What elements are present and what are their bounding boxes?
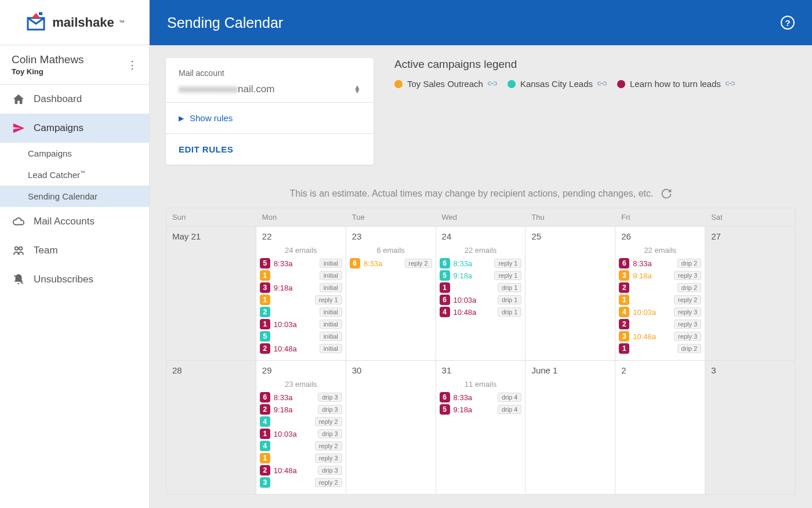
calendar-event[interactable]: 5 8:33a initial [260, 258, 342, 268]
calendar-event[interactable]: 2 initial [260, 307, 342, 317]
calendar-event[interactable]: 4 10:48a drip 1 [440, 307, 522, 317]
calendar-event[interactable]: 6 10:03a drip 1 [440, 295, 522, 305]
calendar-event[interactable]: 5 9:18a reply 1 [440, 270, 522, 281]
calendar-cell[interactable]: June 1 [525, 360, 615, 494]
calendar-summary: 22 emails [436, 246, 525, 255]
calendar-event[interactable]: 2 10:48a drip 3 [260, 465, 342, 476]
event-count-badge: 5 [260, 258, 270, 268]
event-tag: drip 3 [318, 466, 342, 475]
calendar-event[interactable]: 1 drip 2 [619, 343, 701, 354]
subnav-campaigns[interactable]: Campaigns [0, 143, 149, 164]
event-tag: reply 3 [315, 453, 342, 463]
event-count-badge: 6 [440, 258, 450, 268]
legend-item[interactable]: Kansas City Leads [507, 79, 607, 89]
legend-item[interactable]: Learn how to turn leads [617, 79, 735, 89]
calendar-cell[interactable]: 27 [705, 226, 795, 360]
subnav-sending-calendar[interactable]: Sending Calendar [0, 186, 149, 207]
event-time: 8:33a [454, 393, 473, 402]
legend-item[interactable]: Toy Sales Outreach [394, 79, 497, 89]
event-tag: reply 2 [315, 478, 342, 487]
calendar-event[interactable]: 3 9:18a initial [260, 282, 342, 293]
calendar-cell[interactable]: 236 emails 6 8:33a reply 2 [346, 226, 436, 360]
calendar-cell[interactable]: 2923 emails 6 8:33a drip 3 2 9:18a drip … [256, 360, 346, 494]
calendar-event[interactable]: 1 drip 1 [440, 282, 522, 293]
calendar-event[interactable]: 6 8:33a drip 2 [619, 258, 701, 268]
nav-mail-accounts[interactable]: Mail Accounts [0, 207, 149, 236]
event-count-badge: 2 [260, 465, 270, 476]
calendar-date: 27 [705, 227, 795, 246]
edit-rules-button[interactable]: EDIT RULES [166, 134, 374, 165]
calendar-event[interactable]: 1 reply 1 [260, 295, 342, 305]
calendar-cell[interactable]: 2 [615, 360, 705, 494]
calendar-cell[interactable]: 3111 emails 6 8:33a drip 4 5 9:18a drip … [436, 360, 526, 494]
calendar-event[interactable]: 1 10:03a initial [260, 319, 342, 329]
help-icon[interactable]: ? [781, 16, 795, 30]
calendar-event[interactable]: 3 reply 2 [260, 477, 342, 488]
refresh-icon[interactable] [661, 188, 672, 199]
link-icon[interactable] [488, 79, 497, 89]
event-tag: reply 2 [315, 417, 342, 426]
nav-label: Dashboard [34, 93, 82, 105]
link-icon[interactable] [726, 79, 735, 89]
calendar: SunMonTueWedThuFriSatMay 212224 emails 5… [166, 208, 796, 495]
kebab-menu-icon[interactable]: ⋮ [127, 59, 137, 71]
nav-campaigns[interactable]: Campaigns [0, 114, 149, 143]
legend-label: Learn how to turn leads [630, 79, 721, 89]
link-icon[interactable] [597, 79, 607, 89]
legend-label: Kansas City Leads [520, 79, 593, 89]
subnav-lead-catcher[interactable]: Lead Catcher™ [0, 164, 149, 186]
event-count-badge: 2 [619, 319, 629, 329]
event-tag: drip 4 [498, 405, 522, 414]
event-time: 8:33a [274, 393, 293, 402]
event-tag: drip 2 [677, 283, 702, 292]
svg-rect-1 [39, 12, 42, 15]
calendar-event[interactable]: 2 10:48a initial [260, 343, 342, 354]
calendar-cell[interactable]: 2422 emails 6 8:33a reply 1 5 9:18a repl… [436, 226, 526, 360]
calendar-event[interactable]: 6 8:33a reply 2 [350, 258, 432, 268]
calendar-event[interactable]: 3 10:48a reply 3 [619, 331, 701, 342]
calendar-date: 31 [436, 361, 525, 380]
profile-name: Colin Mathews [12, 53, 84, 66]
calendar-event[interactable]: 6 8:33a drip 4 [440, 392, 522, 402]
calendar-event[interactable]: 5 9:18a drip 4 [440, 404, 522, 415]
event-count-badge: 3 [619, 270, 629, 281]
calendar-event[interactable]: 1 reply 3 [260, 453, 342, 463]
event-tag: reply 1 [494, 271, 521, 280]
calendar-event[interactable]: 6 8:33a drip 3 [260, 392, 342, 402]
disclaimer: This is an estimate. Actual times may ch… [166, 188, 796, 199]
calendar-day-header: Mon [256, 208, 346, 226]
calendar-event[interactable]: 5 initial [260, 331, 342, 342]
profile-section: Colin Mathews Toy King ⋮ [0, 45, 149, 85]
calendar-event[interactable]: 4 reply 2 [260, 416, 342, 427]
calendar-event[interactable]: 6 8:33a reply 1 [440, 258, 522, 268]
event-tag: reply 1 [315, 295, 342, 304]
show-rules-toggle[interactable]: ▶ Show rules [166, 103, 374, 134]
nav-label: Mail Accounts [34, 216, 95, 227]
calendar-cell[interactable]: 30 [346, 360, 436, 494]
calendar-cell[interactable]: 2224 emails 5 8:33a initial 1 initial 3 … [256, 226, 346, 360]
mail-account-select[interactable]: xxxxxxxxxxxxnail.com ▲▼ [166, 78, 374, 103]
nav-unsubscribes[interactable]: Unsubscribes [0, 265, 149, 294]
calendar-event[interactable]: 1 reply 2 [619, 295, 701, 305]
nav-team[interactable]: Team [0, 236, 149, 265]
calendar-cell[interactable]: 2622 emails 6 8:33a drip 2 3 9:18a reply… [615, 226, 705, 360]
event-count-badge: 4 [260, 416, 270, 427]
logo[interactable]: mailshake™ [0, 0, 149, 45]
legend-dot-icon [394, 80, 403, 88]
calendar-event[interactable]: 2 reply 3 [619, 319, 701, 329]
nav-dashboard[interactable]: Dashboard [0, 85, 149, 114]
calendar-cell[interactable]: 25 [525, 226, 615, 360]
calendar-event[interactable]: 1 initial [260, 270, 342, 281]
profile-org: Toy King [12, 67, 84, 76]
calendar-cell[interactable]: May 21 [166, 226, 256, 360]
calendar-date: 30 [346, 361, 436, 380]
calendar-event[interactable]: 3 9:18a reply 3 [619, 270, 701, 281]
calendar-event[interactable]: 1 10:03a drip 3 [260, 429, 342, 439]
calendar-event[interactable]: 4 reply 2 [260, 441, 342, 451]
calendar-event[interactable]: 2 9:18a drip 3 [260, 404, 342, 415]
event-count-badge: 1 [619, 295, 629, 305]
calendar-cell[interactable]: 3 [705, 360, 795, 494]
calendar-event[interactable]: 4 10:03a reply 3 [619, 307, 701, 317]
calendar-cell[interactable]: 28 [166, 360, 256, 494]
calendar-event[interactable]: 2 drip 2 [619, 282, 701, 293]
